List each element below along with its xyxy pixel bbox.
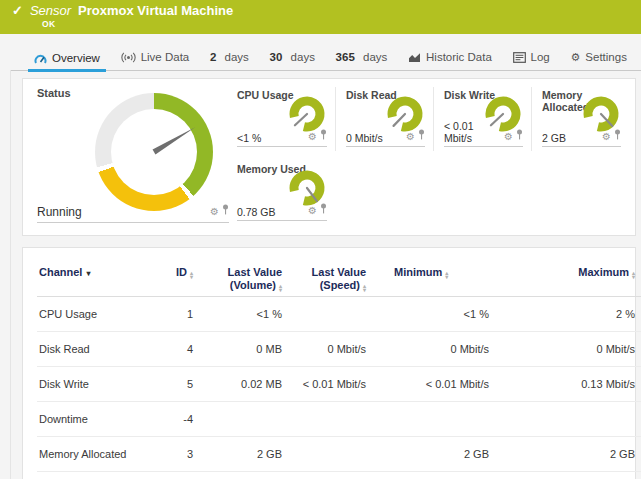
tab-label: days: [287, 51, 315, 63]
table-row: Downtime-4: [37, 402, 641, 437]
cell-id: 1: [151, 297, 195, 332]
log-icon: [513, 52, 526, 63]
column-header-id[interactable]: ID▴▾: [151, 262, 195, 297]
gauge-value: <1 %: [237, 132, 261, 144]
sensor-status-badge: OK: [42, 19, 641, 29]
cell-id: 5: [151, 367, 195, 402]
tab-label: Settings: [585, 51, 627, 63]
cell-channel: Memory Allocated: [37, 437, 151, 472]
cell-channel: Downtime: [37, 402, 151, 437]
gauge-tile-disk-write: Disk Write < 0.01 Mbit/s⚙: [433, 87, 531, 151]
column-header-max[interactable]: Maximum▴▾: [491, 262, 637, 297]
gauge-tile-memory-used: Memory Used 0.78 GB⚙: [237, 161, 335, 225]
tab-number: 365: [336, 51, 355, 63]
cell-speed: 0 Mbit/s: [284, 332, 368, 367]
gauge-footer: 0 Mbit/s⚙: [346, 126, 425, 147]
cell-settings: [637, 402, 641, 437]
cell-max: 2 %: [491, 297, 637, 332]
pin-icon[interactable]: [418, 126, 425, 144]
gauge-footer-icons: ⚙: [504, 126, 523, 144]
cell-max: [491, 402, 637, 437]
ok-check-icon: ✓: [12, 4, 23, 18]
channels-table-header-row: Channel▾ID▴▾Last Value(Volume)▴▾Last Val…: [37, 262, 641, 297]
gauge-tile-cpu-usage: CPU Usage <1 %⚙: [237, 87, 335, 151]
status-tile-icons: ⚙: [210, 201, 229, 219]
pin-icon[interactable]: [320, 126, 327, 144]
cell-settings: [637, 367, 641, 402]
pin-icon[interactable]: [222, 201, 229, 219]
content-left-edge: [10, 70, 11, 479]
cell-channel: Memory Used: [37, 472, 151, 479]
gauges-panel: Status Running ⚙ CPU Usage <1 %⚙Disk Rea…: [22, 78, 636, 236]
tab-365-days[interactable]: 365 days: [330, 46, 394, 70]
gauge-footer-icons: ⚙: [308, 126, 327, 144]
cell-settings: [637, 472, 641, 479]
column-header-min[interactable]: Minimum▴▾: [368, 262, 491, 297]
cell-max: 0.79 GB: [491, 472, 637, 479]
gauge-footer-icons: ⚙: [602, 126, 621, 144]
cell-speed: [284, 437, 368, 472]
tab-settings[interactable]: ⚙Settings: [564, 46, 632, 70]
pin-icon[interactable]: [516, 126, 523, 144]
cell-speed: [284, 472, 368, 479]
gauge-tile-memory-allocated: Memory Allocated 2 GB⚙: [531, 87, 629, 151]
cell-vol: 0.78 GB: [195, 472, 284, 479]
gauge-footer: 2 GB⚙: [542, 126, 621, 147]
tab-label: Log: [531, 51, 550, 63]
channels-table: Channel▾ID▴▾Last Value(Volume)▴▾Last Val…: [37, 262, 641, 479]
cell-min: <1 %: [368, 297, 491, 332]
gear-icon[interactable]: ⚙: [602, 126, 611, 144]
tab-2-days[interactable]: 2 days: [204, 46, 255, 70]
pin-icon[interactable]: [614, 126, 621, 144]
tab-overview[interactable]: Overview: [28, 47, 106, 72]
gauge-value: < 0.01 Mbit/s: [444, 120, 504, 144]
tab-live-data[interactable]: Live Data: [115, 46, 196, 70]
gauge-footer: <1 %⚙: [237, 126, 327, 147]
gear-icon[interactable]: ⚙: [308, 126, 317, 144]
tab-log[interactable]: Log: [507, 46, 556, 70]
tab-historic-data[interactable]: Historic Data: [402, 46, 498, 70]
cell-max: 0 Mbit/s: [491, 332, 637, 367]
cell-settings: [637, 297, 641, 332]
status-gauge-tile: Status Running ⚙: [37, 87, 229, 235]
column-header-vol[interactable]: Last Value(Volume)▴▾: [195, 262, 284, 297]
column-header-speed[interactable]: Last Value(Speed)▴▾: [284, 262, 368, 297]
status-gauge-needle: [95, 93, 213, 211]
cell-vol: 0.02 MB: [195, 367, 284, 402]
cell-channel: Disk Read: [37, 332, 151, 367]
cell-channel: Disk Write: [37, 367, 151, 402]
tab-30-days[interactable]: 30 days: [264, 46, 321, 70]
status-gauge: [95, 93, 213, 211]
column-header-channel[interactable]: Channel▾: [37, 262, 151, 297]
table-row: Memory Allocated32 GB2 GB2 GB: [37, 437, 641, 472]
tab-bar: OverviewLive Data2 days30 days365 daysHi…: [10, 34, 641, 71]
cell-channel: CPU Usage: [37, 297, 151, 332]
gear-icon[interactable]: ⚙: [504, 126, 513, 144]
pin-icon[interactable]: [320, 200, 327, 218]
gear-icon[interactable]: ⚙: [210, 201, 219, 219]
cell-id: 4: [151, 332, 195, 367]
cell-max: 0.13 Mbit/s: [491, 367, 637, 402]
table-row: Disk Read40 MB0 Mbit/s0 Mbit/s0 Mbit/s: [37, 332, 641, 367]
gauge-icon: [34, 53, 47, 64]
sensor-title: Proxmox Virtual Machine: [78, 4, 233, 18]
cell-id: 2: [151, 472, 195, 479]
mini-gauge-grid: CPU Usage <1 %⚙Disk Read 0 Mbit/s⚙Disk W…: [237, 87, 629, 235]
live-data-icon: [121, 52, 136, 63]
channels-panel: Channel▾ID▴▾Last Value(Volume)▴▾Last Val…: [22, 247, 636, 479]
gauge-value: 0.78 GB: [237, 206, 276, 218]
table-row: CPU Usage1<1 %<1 %2 %: [37, 297, 641, 332]
cell-id: -4: [151, 402, 195, 437]
gauge-footer-icons: ⚙: [406, 126, 425, 144]
gear-icon[interactable]: ⚙: [308, 200, 317, 218]
gear-icon[interactable]: ⚙: [406, 126, 415, 144]
sensor-kind-label: Sensor: [30, 4, 71, 18]
status-value: Running: [37, 205, 82, 219]
cell-max: 2 GB: [491, 437, 637, 472]
gauge-value: 0 Mbit/s: [346, 132, 383, 144]
column-header-settings: [637, 262, 641, 297]
cell-settings: [637, 332, 641, 367]
cell-settings: [637, 437, 641, 472]
sensor-overview-page: ✓ Sensor Proxmox Virtual Machine OK Over…: [0, 0, 641, 479]
settings-gear-icon: ⚙: [570, 52, 580, 63]
